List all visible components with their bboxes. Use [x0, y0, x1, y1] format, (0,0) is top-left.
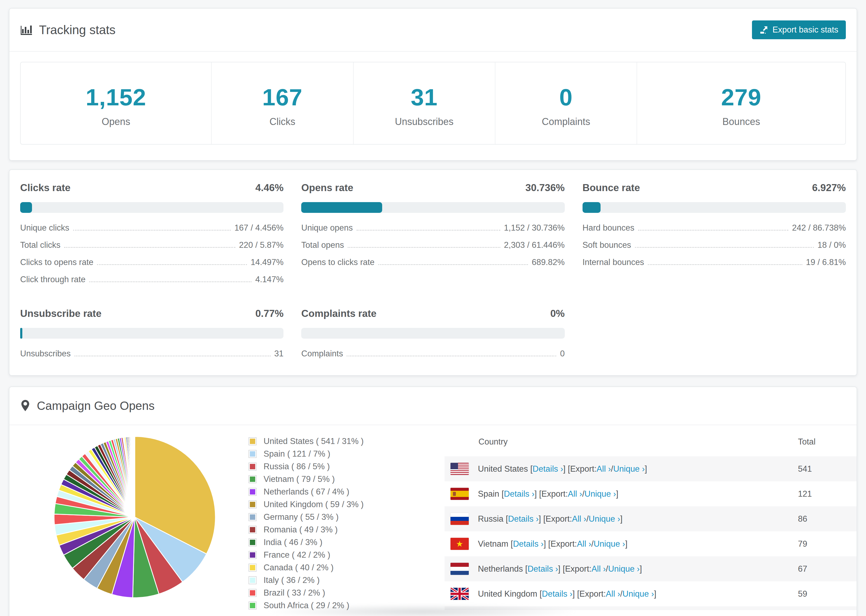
legend-label: Germany ( 55 / 3% ): [264, 512, 339, 522]
legend-swatch: [249, 576, 257, 584]
pie-legend: United States ( 541 / 31% ) Spain ( 121 …: [249, 437, 375, 613]
rate-row-value: 19 / 6.81%: [806, 258, 846, 267]
legend-swatch: [249, 538, 257, 546]
export-unique-link[interactable]: Unique ›: [608, 564, 639, 574]
geo-pie-chart: [51, 429, 218, 605]
dotted-leader: [74, 355, 271, 357]
legend-label: United Kingdom ( 59 / 3% ): [264, 500, 364, 509]
export-unique-link[interactable]: Unique ›: [613, 464, 645, 474]
legend-label: Russia ( 86 / 5% ): [264, 462, 330, 471]
chunk-mid: ] [Export:: [573, 589, 606, 599]
export-all-link[interactable]: All ›: [568, 489, 582, 499]
export-icon: [759, 25, 768, 34]
dotted-leader: [89, 281, 252, 282]
legend-label: Canada ( 40 / 2% ): [264, 563, 334, 572]
country-name: United States: [478, 464, 528, 474]
legend-item: Spain ( 121 / 7% ): [249, 449, 375, 459]
stat-value: 1,152: [21, 85, 211, 109]
stat-value: 279: [637, 85, 845, 109]
rate-section: Opens rate 30.736% Unique opens 1,152 / …: [301, 182, 565, 288]
export-all-link[interactable]: All ›: [597, 464, 611, 474]
export-unique-link[interactable]: Unique ›: [584, 489, 616, 499]
rates-grid: Clicks rate 4.46% Unique clicks 167 / 4.…: [20, 182, 846, 362]
stat-label: Clicks: [212, 116, 353, 127]
geo-opens-body: United States ( 541 / 31% ) Spain ( 121 …: [9, 425, 857, 613]
legend-swatch: [249, 488, 257, 496]
country-name: Russia: [478, 514, 504, 524]
legend-swatch: [249, 500, 257, 509]
geo-table-rows: United States [Details ›] [Export: All ›…: [444, 456, 857, 610]
export-all-link[interactable]: All ›: [606, 589, 620, 599]
rate-title: Unsubscribe rate: [20, 308, 101, 319]
country-flag: [450, 563, 469, 575]
stat-cell: 0 Complaints: [495, 62, 636, 144]
dotted-leader: [347, 355, 556, 357]
geo-opens-card: Campaign Geo Opens United States ( 541 /…: [9, 387, 857, 616]
rate-row-label: Unique clicks: [20, 223, 69, 233]
bracket: [: [531, 464, 533, 474]
tracking-stats-title: Tracking stats: [20, 23, 116, 37]
geo-opens-title: Campaign Geo Opens: [37, 399, 155, 413]
country-flag: [450, 463, 469, 475]
legend-item: Vietnam ( 79 / 5% ): [249, 475, 375, 484]
bracket: [: [540, 589, 542, 599]
country-flag: [450, 588, 469, 600]
dotted-leader: [378, 264, 528, 265]
column-header-total: Total: [798, 437, 816, 447]
dotted-leader: [638, 230, 788, 231]
stat-value: 0: [495, 85, 636, 109]
stat-value: 31: [354, 85, 495, 109]
export-all-link[interactable]: All ›: [591, 564, 606, 574]
bracket-close: ]: [654, 589, 657, 599]
table-row: Russia [Details ›] [Export: All › / Uniq…: [444, 506, 857, 531]
bracket-close: ]: [625, 539, 627, 549]
export-basic-stats-button[interactable]: Export basic stats: [752, 20, 846, 39]
chunk-mid: ] [Export:: [534, 489, 568, 499]
stat-value: 167: [212, 85, 353, 109]
bracket: [: [525, 564, 527, 574]
export-unique-link[interactable]: Unique ›: [594, 539, 625, 549]
legend-item: South Africa ( 29 / 2% ): [249, 601, 375, 610]
geo-table: Country Total United States [Details ›] …: [444, 429, 857, 610]
stats-summary-box: 1,152 Opens 167 Clicks 31 Unsubscribes 0…: [20, 62, 846, 145]
legend-item: India ( 46 / 3% ): [249, 537, 375, 547]
details-link[interactable]: Details ›: [542, 589, 573, 599]
legend-label: Vietnam ( 79 / 5% ): [264, 475, 335, 484]
legend-swatch: [249, 475, 257, 483]
legend-label: Romania ( 49 / 3% ): [264, 525, 338, 534]
details-link[interactable]: Details ›: [527, 564, 558, 574]
rate-section: Bounce rate 6.927% Hard bounces 242 / 86…: [583, 182, 846, 288]
slash: /: [586, 514, 589, 524]
details-link[interactable]: Details ›: [532, 464, 563, 474]
stat-cell: 1,152 Opens: [21, 62, 211, 144]
details-link[interactable]: Details ›: [504, 489, 535, 499]
progress-bar: [583, 202, 846, 213]
table-row: Germany [Details ›] [Export: All › / Uni…: [444, 606, 857, 610]
details-link[interactable]: Details ›: [508, 514, 539, 524]
country-name: Spain: [478, 489, 499, 499]
rate-row-label: Hard bounces: [583, 223, 635, 233]
rate-row-value: 1,152 / 30.736%: [504, 223, 565, 233]
tracking-stats-body: 1,152 Opens 167 Clicks 31 Unsubscribes 0…: [9, 52, 857, 160]
bracket-close: ]: [616, 489, 619, 499]
export-all-link[interactable]: All ›: [572, 514, 586, 524]
rate-row-label: Opens to clicks rate: [301, 258, 375, 267]
export-unique-link[interactable]: Unique ›: [623, 589, 654, 599]
export-all-link[interactable]: All ›: [577, 539, 591, 549]
slash: /: [620, 589, 623, 599]
rate-row-label: Clicks to opens rate: [20, 258, 93, 267]
legend-label: Brazil ( 33 / 2% ): [264, 588, 325, 598]
rate-title: Opens rate: [301, 182, 353, 193]
stat-cell: 31 Unsubscribes: [353, 62, 495, 144]
details-link[interactable]: Details ›: [513, 539, 543, 549]
column-header-country: Country: [479, 437, 508, 446]
dotted-leader: [635, 247, 814, 248]
total-value: 121: [798, 489, 812, 499]
rate-percent: 0%: [550, 308, 565, 319]
rate-title: Bounce rate: [583, 182, 640, 193]
total-value: 59: [798, 589, 807, 599]
export-unique-link[interactable]: Unique ›: [589, 514, 620, 524]
legend-item: France ( 42 / 2% ): [249, 550, 375, 560]
slash: /: [606, 564, 608, 574]
rate-row-value: 0: [560, 349, 565, 358]
